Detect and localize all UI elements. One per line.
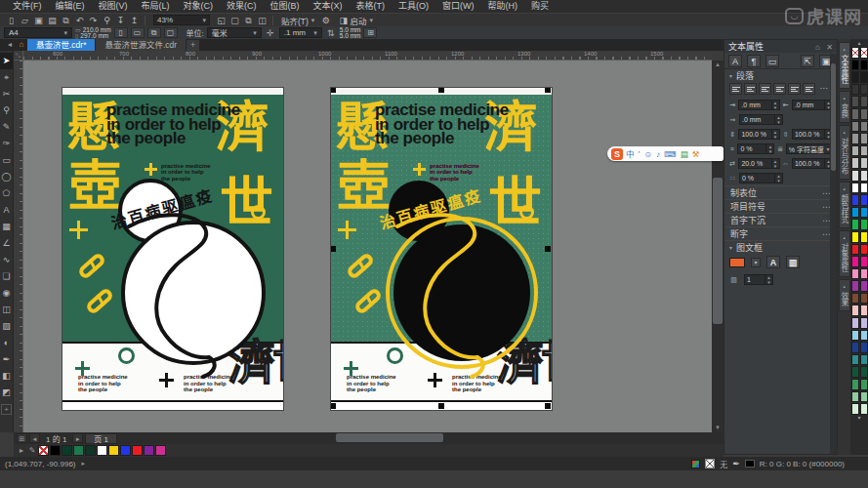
clipboard-icon[interactable]: ▤: [681, 147, 688, 161]
frame-background-swatch[interactable]: [729, 258, 745, 267]
collapsed-section[interactable]: 断字: [724, 226, 837, 240]
indent-left-field[interactable]: .0 mm: [739, 114, 783, 125]
align-left-icon[interactable]: [744, 83, 757, 95]
nudge-distance-field[interactable]: .1 mm: [279, 27, 322, 38]
palette-swatch[interactable]: [860, 96, 868, 107]
document-palette-swatch[interactable]: [132, 445, 143, 456]
palette-swatch[interactable]: [851, 170, 859, 182]
spinner[interactable]: [771, 101, 779, 109]
palette-swatch[interactable]: [851, 293, 859, 305]
frame-properties-icon[interactable]: ▭: [765, 55, 779, 67]
spinner[interactable]: [774, 115, 782, 124]
frame-columns-icon[interactable]: ▥: [786, 256, 800, 268]
print-icon[interactable]: ▤: [46, 15, 59, 26]
close-icon[interactable]: ✕: [826, 43, 833, 52]
voice-icon[interactable]: ♪: [656, 147, 660, 161]
palette-swatch[interactable]: [860, 366, 868, 378]
fullscreen-icon[interactable]: ◱: [215, 15, 227, 26]
palette-swatch[interactable]: [860, 403, 868, 415]
eyedropper-icon[interactable]: ✎: [27, 446, 37, 455]
freehand-tool[interactable]: ✎: [0, 119, 13, 136]
canvas-vertical-scrollbar[interactable]: ▲ ▼: [712, 61, 723, 432]
frame-section-header[interactable]: 图文框: [724, 240, 837, 253]
selection-handle[interactable]: [331, 246, 336, 252]
paragraph-section-header[interactable]: 段落: [724, 69, 837, 82]
copy-icon[interactable]: ⧉: [60, 15, 72, 26]
align-center-icon[interactable]: [759, 83, 771, 95]
status-flyout-icon[interactable]: ▸: [82, 460, 86, 468]
menu-item[interactable]: 对象(C): [177, 0, 221, 13]
palette-swatch[interactable]: [851, 157, 859, 169]
drawing-canvas[interactable]: 懸 濟 壺 世 practise medicine in order to he…: [23, 61, 712, 432]
shadow-tool[interactable]: ❏: [0, 268, 13, 285]
scrollbar-thumb[interactable]: [831, 63, 836, 171]
search-icon[interactable]: ⚲: [101, 15, 113, 26]
menu-item[interactable]: 窗口(W): [435, 0, 481, 13]
palette-swatch[interactable]: [851, 317, 859, 329]
vertical-ruler[interactable]: [14, 61, 23, 432]
spinner[interactable]: [765, 275, 772, 284]
fill-tool[interactable]: ◧: [0, 368, 13, 385]
character-properties-icon[interactable]: A: [728, 55, 742, 67]
portrait-orientation-button[interactable]: ▯: [114, 27, 128, 38]
line-space-field[interactable]: 0 %: [737, 143, 774, 154]
panel-scrollbar[interactable]: [830, 54, 837, 454]
docker-tab[interactable]: 效果: [839, 279, 850, 311]
ruler-origin[interactable]: ⤡: [14, 51, 23, 61]
duplicate-y-value[interactable]: 5.0 mm: [340, 32, 361, 39]
new-tab-button[interactable]: +: [186, 40, 199, 51]
menu-item[interactable]: 文本(X): [307, 0, 350, 13]
new-document-icon[interactable]: ▯: [5, 15, 18, 26]
collapsed-section[interactable]: 项目符号: [724, 199, 837, 213]
palette-swatch[interactable]: [860, 71, 868, 83]
undo-icon[interactable]: ↶: [73, 15, 86, 26]
palette-swatch[interactable]: [851, 330, 859, 342]
panel-options-icon[interactable]: ⇱: [801, 55, 814, 67]
text-tool[interactable]: A: [0, 202, 13, 219]
palette-swatch[interactable]: [851, 366, 859, 378]
redo-icon[interactable]: ↷: [87, 15, 100, 26]
selection-handle[interactable]: [545, 88, 551, 93]
more-options-icon[interactable]: ⋯: [817, 83, 830, 95]
menu-item[interactable]: 文件(F): [6, 0, 49, 13]
toolbox-customize-button[interactable]: +: [1, 404, 12, 415]
paragraph-properties-icon[interactable]: ¶: [747, 55, 761, 67]
crop-tool[interactable]: ✂: [0, 86, 13, 102]
scroll-down-icon[interactable]: ▼: [712, 424, 723, 432]
collapsed-section[interactable]: 制表位: [724, 185, 837, 199]
menu-item[interactable]: 布局(L): [135, 0, 177, 13]
palette-swatch[interactable]: [851, 194, 859, 206]
document-palette-swatch[interactable]: [73, 445, 84, 456]
indent-first-field[interactable]: .0 mm: [738, 100, 779, 110]
poster-artwork-right[interactable]: 懸 濟 壺 世 practise medicine in order to he…: [331, 88, 552, 410]
palette-swatch[interactable]: [851, 47, 859, 59]
contour-tool[interactable]: ◉: [0, 285, 13, 302]
next-page-icon[interactable]: ▸: [72, 433, 83, 443]
scrollbar-thumb[interactable]: [713, 178, 723, 324]
palette-swatch[interactable]: [851, 256, 859, 267]
palette-swatch[interactable]: [860, 170, 868, 182]
palette-swatch[interactable]: [860, 391, 868, 403]
artistic-media-tool[interactable]: ✑: [0, 136, 13, 152]
outline-pen-tool[interactable]: ✒: [0, 351, 13, 368]
toolbox-icon[interactable]: ⚒: [692, 147, 700, 161]
tab-scroll-left-icon[interactable]: ◂: [4, 39, 16, 51]
emoji-icon[interactable]: ☺: [643, 147, 652, 161]
palette-swatch[interactable]: [860, 305, 868, 316]
palette-swatch[interactable]: [860, 121, 868, 133]
open-icon[interactable]: ▱: [19, 15, 31, 26]
page-height-value[interactable]: 297.0 mm: [80, 32, 108, 39]
poster-artwork-left[interactable]: 懸 濟 壺 世 practise medicine in order to he…: [62, 88, 283, 410]
palette-swatch[interactable]: [851, 183, 859, 194]
palette-swatch[interactable]: [851, 108, 859, 120]
palette-scroll-down-icon[interactable]: ▾: [857, 415, 860, 422]
palette-swatch[interactable]: [860, 268, 868, 280]
selection-handle[interactable]: [438, 88, 444, 93]
zoom-tool[interactable]: ⚲: [0, 102, 13, 119]
polygon-tool[interactable]: ⬠: [0, 185, 13, 202]
palette-swatch[interactable]: [860, 183, 868, 194]
document-tab[interactable]: 悬壶济世源文件.cdr: [96, 39, 186, 51]
collapsed-section[interactable]: 首字下沉: [724, 213, 837, 226]
connector-tool[interactable]: ∿: [0, 252, 13, 268]
table-tool[interactable]: ▦: [0, 219, 13, 235]
